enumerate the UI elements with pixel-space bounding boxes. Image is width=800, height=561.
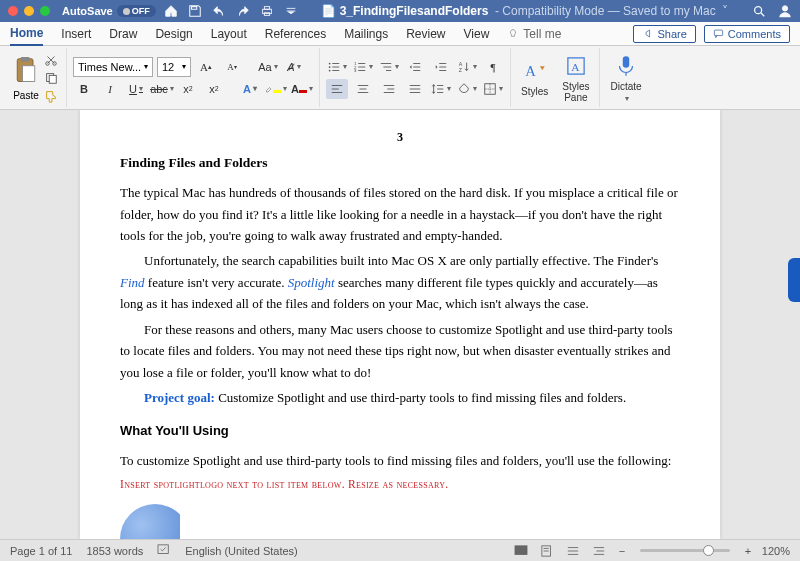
font-size-select[interactable]: 12▾ xyxy=(157,57,191,77)
side-panel-handle[interactable] xyxy=(788,258,800,302)
page-indicator[interactable]: Page 1 of 11 xyxy=(10,545,72,557)
align-center-button[interactable] xyxy=(352,79,374,99)
font-name-select[interactable]: Times New...▾ xyxy=(73,57,153,77)
cut-button[interactable] xyxy=(42,52,60,68)
fullscreen-window-button[interactable] xyxy=(40,6,50,16)
italic-button[interactable]: I xyxy=(99,79,121,99)
autosave-toggle[interactable]: AutoSave OFF xyxy=(62,5,156,17)
bold-button[interactable]: B xyxy=(73,79,95,99)
copy-button[interactable] xyxy=(42,70,60,86)
ribbon: Paste Times New...▾ 12▾ A▴ A▾ Aa A̷ B I … xyxy=(0,46,800,110)
tab-design[interactable]: Design xyxy=(155,23,192,45)
svg-rect-60 xyxy=(515,545,527,554)
word-count[interactable]: 1853 words xyxy=(86,545,143,557)
format-painter-button[interactable] xyxy=(42,88,60,104)
body-paragraph: For these reasons and others, many Mac u… xyxy=(120,319,680,383)
svg-line-4 xyxy=(761,13,765,17)
font-group: Times New...▾ 12▾ A▴ A▾ Aa A̷ B I U abc … xyxy=(67,48,320,107)
clipboard-group: Paste xyxy=(6,48,67,107)
sort-button[interactable]: AZ xyxy=(456,57,478,77)
svg-rect-1 xyxy=(264,7,269,10)
svg-rect-8 xyxy=(21,57,30,61)
tab-insert[interactable]: Insert xyxy=(61,23,91,45)
increase-font-button[interactable]: A▴ xyxy=(195,57,217,77)
styles-button[interactable]: A Styles xyxy=(517,56,552,99)
clear-formatting-button[interactable]: A̷ xyxy=(283,57,305,77)
shading-button[interactable] xyxy=(456,79,478,99)
redo-icon[interactable] xyxy=(236,4,250,18)
heading-what-youll-using: What You'll Using xyxy=(120,420,680,441)
decrease-indent-button[interactable] xyxy=(404,57,426,77)
align-left-button[interactable] xyxy=(326,79,348,99)
paste-label[interactable]: Paste xyxy=(13,90,39,101)
find-link: Find xyxy=(120,275,145,290)
account-icon[interactable] xyxy=(778,4,792,18)
search-icon[interactable] xyxy=(752,4,766,18)
increase-indent-button[interactable] xyxy=(430,57,452,77)
underline-button[interactable]: U xyxy=(125,79,147,99)
quick-access-toolbar xyxy=(164,4,298,18)
spellcheck-icon[interactable] xyxy=(157,544,171,558)
home-icon[interactable] xyxy=(164,4,178,18)
svg-text:A: A xyxy=(525,63,536,79)
compat-mode: Compatibility Mode xyxy=(502,4,604,18)
share-button[interactable]: Share xyxy=(633,25,695,43)
doc-icon: 📄 xyxy=(321,4,336,18)
subscript-button[interactable]: x2 xyxy=(177,79,199,99)
comment-icon xyxy=(713,28,724,39)
print-layout-button[interactable] xyxy=(538,544,556,558)
multilevel-list-button[interactable] xyxy=(378,57,400,77)
styles-pane-button[interactable]: A Styles Pane xyxy=(558,51,593,105)
strikethrough-button[interactable]: abc xyxy=(151,79,173,99)
zoom-in-button[interactable]: + xyxy=(742,545,754,557)
language-indicator[interactable]: English (United States) xyxy=(185,545,298,557)
borders-button[interactable] xyxy=(482,79,504,99)
text-effects-button[interactable]: A xyxy=(239,79,261,99)
svg-rect-13 xyxy=(49,75,56,83)
document-page[interactable]: 3 Finding Files and Folders The typical … xyxy=(80,110,720,539)
focus-mode-button[interactable] xyxy=(512,544,530,558)
outline-view-button[interactable] xyxy=(590,544,608,558)
tab-draw[interactable]: Draw xyxy=(109,23,137,45)
tab-references[interactable]: References xyxy=(265,23,326,45)
zoom-slider[interactable] xyxy=(640,549,730,552)
tab-review[interactable]: Review xyxy=(406,23,445,45)
dictate-button[interactable]: Dictate xyxy=(606,51,645,105)
justify-button[interactable] xyxy=(404,79,426,99)
numbering-button[interactable]: 123 xyxy=(352,57,374,77)
print-icon[interactable] xyxy=(260,4,274,18)
superscript-button[interactable]: x2 xyxy=(203,79,225,99)
autosave-label: AutoSave xyxy=(62,5,113,17)
tab-mailings[interactable]: Mailings xyxy=(344,23,388,45)
highlight-button[interactable] xyxy=(265,79,287,99)
qat-overflow-icon[interactable] xyxy=(284,4,298,18)
bulb-icon xyxy=(507,28,519,40)
paste-icon[interactable] xyxy=(12,55,40,90)
autosave-pill: OFF xyxy=(117,5,156,17)
tab-layout[interactable]: Layout xyxy=(211,23,247,45)
change-case-button[interactable]: Aa xyxy=(257,57,279,77)
bullets-button[interactable] xyxy=(326,57,348,77)
undo-icon[interactable] xyxy=(212,4,226,18)
tab-view[interactable]: View xyxy=(464,23,490,45)
show-marks-button[interactable]: ¶ xyxy=(482,57,504,77)
zoom-out-button[interactable]: − xyxy=(616,545,628,557)
save-icon[interactable] xyxy=(188,4,202,18)
line-spacing-button[interactable] xyxy=(430,79,452,99)
web-layout-button[interactable] xyxy=(564,544,582,558)
heading-finding-files: Finding Files and Folders xyxy=(120,152,680,174)
comments-button[interactable]: Comments xyxy=(704,25,790,43)
tab-home[interactable]: Home xyxy=(10,22,43,46)
titlebar: AutoSave OFF 📄 3_FindingFilesandFolders … xyxy=(0,0,800,22)
tell-me-search[interactable]: Tell me xyxy=(507,27,561,41)
page-number-header: 3 xyxy=(120,128,680,148)
share-icon xyxy=(642,28,653,39)
svg-point-5 xyxy=(782,6,787,11)
close-window-button[interactable] xyxy=(8,6,18,16)
dictate-group: Dictate xyxy=(600,48,651,107)
zoom-level[interactable]: 120% xyxy=(762,545,790,557)
decrease-font-button[interactable]: A▾ xyxy=(221,57,243,77)
minimize-window-button[interactable] xyxy=(24,6,34,16)
font-color-button[interactable]: A xyxy=(291,79,313,99)
align-right-button[interactable] xyxy=(378,79,400,99)
